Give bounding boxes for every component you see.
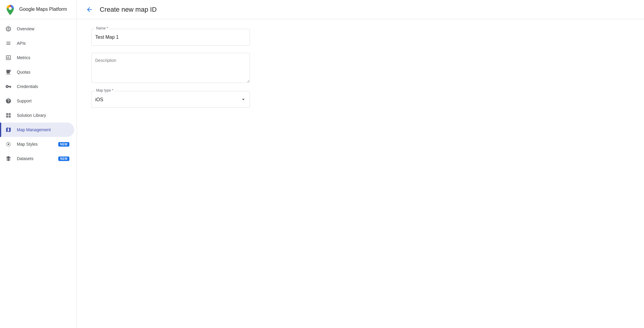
sidebar-item-overview-label: Overview xyxy=(17,26,69,31)
name-input[interactable] xyxy=(91,29,250,46)
sidebar-item-metrics-label: Metrics xyxy=(17,55,69,60)
app-title: Google Maps Platform xyxy=(19,6,67,13)
map-type-label: Map type xyxy=(95,88,114,93)
credentials-icon xyxy=(5,83,12,90)
sidebar-item-datasets[interactable]: Datasets NEW xyxy=(0,151,74,166)
sidebar-item-map-management-label: Map Management xyxy=(17,127,69,132)
sidebar-header: Google Maps Platform xyxy=(0,0,77,19)
google-maps-logo xyxy=(5,4,16,15)
map-styles-badge: NEW xyxy=(58,142,69,147)
sidebar-item-map-management[interactable]: Map Management xyxy=(0,123,74,137)
support-icon xyxy=(5,97,12,105)
main-header: Create new map ID xyxy=(77,0,644,19)
sidebar-item-apis[interactable]: APIs xyxy=(0,36,74,50)
sidebar-item-solution-library-label: Solution Library xyxy=(17,113,69,118)
name-field: Name xyxy=(91,29,630,46)
sidebar-item-metrics[interactable]: Metrics xyxy=(0,50,74,65)
sidebar-item-solution-library[interactable]: Solution Library xyxy=(0,108,74,123)
description-field xyxy=(91,53,630,84)
svg-point-0 xyxy=(9,7,12,10)
page-title: Create new map ID xyxy=(100,6,157,14)
sidebar-item-quotas-label: Quotas xyxy=(17,70,69,74)
sidebar-item-map-styles[interactable]: Map Styles NEW xyxy=(0,137,74,151)
map-type-field: Map type JavaScript Android iOS xyxy=(91,91,630,108)
sidebar-item-credentials[interactable]: Credentials xyxy=(0,79,74,94)
form-area: Name Map type JavaScript Android iOS xyxy=(77,19,644,328)
sidebar-item-credentials-label: Credentials xyxy=(17,84,69,89)
datasets-icon xyxy=(5,155,12,162)
sidebar-item-support[interactable]: Support xyxy=(0,94,74,108)
back-button[interactable] xyxy=(84,4,95,15)
sidebar-item-quotas[interactable]: Quotas xyxy=(0,65,74,79)
back-arrow-icon xyxy=(86,6,93,13)
map-type-wrapper: JavaScript Android iOS xyxy=(91,91,250,108)
main-content: Create new map ID Name Map type JavaScri… xyxy=(77,0,644,328)
svg-point-1 xyxy=(8,144,9,145)
map-styles-icon xyxy=(5,141,12,148)
sidebar-item-datasets-label: Datasets xyxy=(17,156,56,161)
apis-icon xyxy=(5,40,12,47)
sidebar-item-overview[interactable]: Overview xyxy=(0,22,74,36)
sidebar: Google Maps Platform Overview APIs xyxy=(0,0,77,328)
description-input[interactable] xyxy=(91,53,250,83)
overview-icon xyxy=(5,25,12,32)
sidebar-nav: Overview APIs Metrics xyxy=(0,19,77,168)
metrics-icon xyxy=(5,54,12,61)
map-type-select[interactable]: JavaScript Android iOS xyxy=(91,91,250,108)
datasets-badge: NEW xyxy=(58,156,69,161)
quotas-icon xyxy=(5,68,12,76)
sidebar-item-support-label: Support xyxy=(17,99,69,103)
sidebar-item-map-styles-label: Map Styles xyxy=(17,142,56,147)
map-management-icon xyxy=(5,126,12,133)
sidebar-item-apis-label: APIs xyxy=(17,41,69,46)
solution-library-icon xyxy=(5,112,12,119)
name-label: Name xyxy=(95,26,109,30)
